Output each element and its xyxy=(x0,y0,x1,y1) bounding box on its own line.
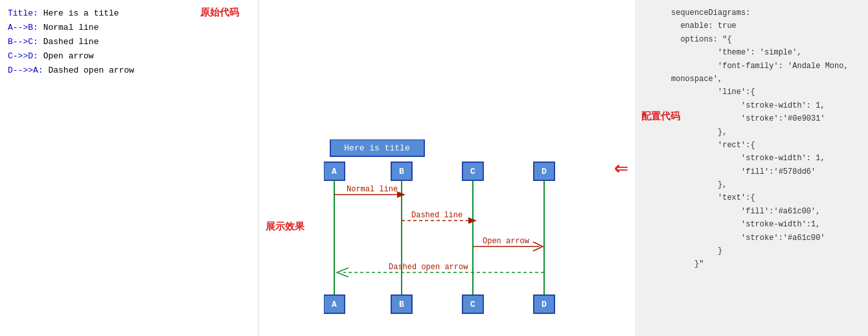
keyword-ab: A-->B: xyxy=(8,23,38,32)
code-line-4: C->>D: Open arrow xyxy=(8,49,251,64)
config-line-10: 'rect':{ xyxy=(671,139,858,152)
right-panel: ⇒ 配置代码 sequenceDiagrams: enable: true op… xyxy=(635,0,868,336)
config-line-2: enable: true xyxy=(671,19,858,32)
code-line-3: B-->C: Dashed line xyxy=(8,35,251,49)
actor-a-top: A xyxy=(332,167,337,176)
value-ab: Normal line xyxy=(43,23,99,32)
left-arrow-indicator: ⇐ xyxy=(614,154,628,182)
value-title: Here is a title xyxy=(43,8,119,18)
config-code-label: 配置代码 xyxy=(641,110,680,123)
config-code-block: sequenceDiagrams: enable: true options: … xyxy=(671,6,858,271)
arrow-da-head xyxy=(337,268,348,277)
value-da: Dashed open arrow xyxy=(48,66,134,75)
config-line-1: sequenceDiagrams: xyxy=(671,6,858,19)
keyword-bc: B-->C: xyxy=(8,37,38,47)
config-line-11: 'stroke-width': 1, xyxy=(671,152,858,165)
actor-d-bottom: D xyxy=(542,300,547,309)
config-line-14: 'text':{ xyxy=(671,191,858,204)
config-line-6: 'line':{ xyxy=(671,86,858,99)
actor-a-bottom: A xyxy=(332,300,337,309)
config-line-12: 'fill':'#578dd6' xyxy=(671,165,858,178)
config-line-3: options: "{ xyxy=(671,33,858,46)
sequence-diagram: Here is title A B C D Normal line Dashed… xyxy=(324,139,615,324)
middle-panel: 展示效果 Here is title A B C D Normal line D… xyxy=(259,0,635,336)
source-code-label: 原始代码 xyxy=(200,6,239,19)
config-line-17: 'stroke':'#a61c00' xyxy=(671,232,858,245)
config-line-4: 'theme': 'simple', xyxy=(671,46,858,59)
config-line-7: 'stroke-width': 1, xyxy=(671,99,858,112)
arrow-bc-label: Dashed line xyxy=(411,211,463,220)
config-line-13: }, xyxy=(671,178,858,191)
config-line-8: 'stroke':'#0e9031' xyxy=(671,112,858,125)
keyword-cd: C->>D: xyxy=(8,51,38,61)
actor-c-top: C xyxy=(470,167,475,176)
config-line-5: 'font-family': 'Andale Mono, monospace', xyxy=(671,60,858,86)
left-panel: 原始代码 Title: Here is a title A-->B: Norma… xyxy=(0,0,259,336)
keyword-title: Title: xyxy=(8,8,38,18)
config-line-9: }, xyxy=(671,126,858,139)
code-line-2: A-->B: Normal line xyxy=(8,21,251,35)
actor-b-bottom: B xyxy=(399,300,404,309)
diagram-title: Here is title xyxy=(344,143,409,153)
value-bc: Dashed line xyxy=(43,37,99,47)
config-line-18: } xyxy=(671,245,858,258)
actor-b-top: B xyxy=(399,167,404,176)
value-cd: Open arrow xyxy=(43,51,94,61)
code-line-5: D-->>A: Dashed open arrow xyxy=(8,64,251,78)
arrow-ab-label: Normal line xyxy=(347,185,398,194)
keyword-da: D-->>A: xyxy=(8,66,43,75)
actor-d-top: D xyxy=(542,167,547,176)
actor-c-bottom: C xyxy=(470,300,475,309)
config-line-16: 'stroke-width':1, xyxy=(671,218,858,231)
arrow-cd-label: Open arrow xyxy=(483,237,530,246)
config-line-19: }" xyxy=(671,258,858,270)
arrow-da-label: Dashed open arrow xyxy=(389,263,468,272)
config-line-15: 'fill':'#a61c00', xyxy=(671,205,858,218)
diagram-label: 展示效果 xyxy=(266,221,304,233)
